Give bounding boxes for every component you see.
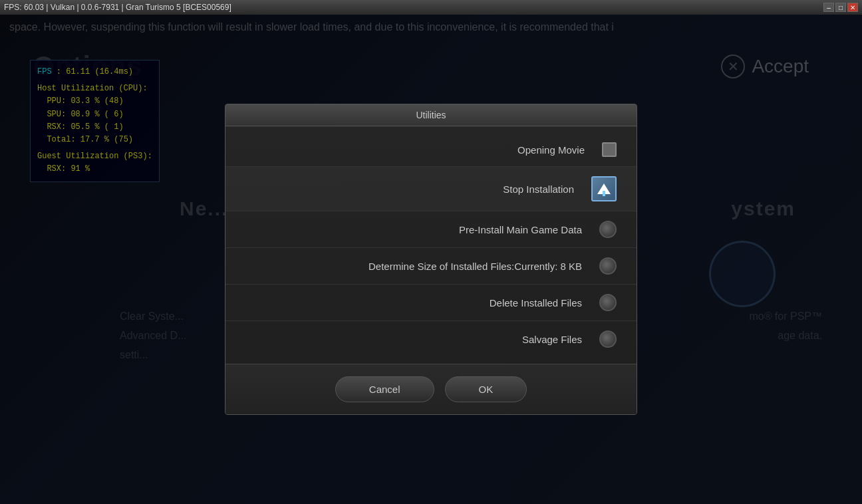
pre-install-radio[interactable] [599, 221, 617, 238]
dialog-title: Utilities [225, 104, 637, 126]
dialog-footer: Cancel OK [225, 364, 637, 414]
determine-size-radio[interactable] [599, 257, 617, 275]
dialog-content: Opening Movie Stop Installation Pre-Inst… [225, 126, 637, 364]
opening-movie-label: Opening Movie [245, 144, 585, 156]
delete-files-radio[interactable] [599, 294, 617, 311]
delete-files-label: Delete Installed Files [245, 297, 582, 309]
opening-movie-row[interactable]: Opening Movie [225, 133, 637, 167]
opening-movie-checkbox[interactable] [602, 142, 617, 157]
titlebar: FPS: 60.03 | Vulkan | 0.0.6-7931 | Gran … [0, 0, 862, 15]
utilities-dialog: Utilities Opening Movie Stop Installatio… [225, 104, 637, 415]
close-button[interactable]: ✕ [847, 3, 858, 12]
salvage-files-row[interactable]: Salvage Files [225, 321, 637, 357]
pre-install-row[interactable]: Pre-Install Main Game Data [225, 211, 637, 248]
titlebar-title: FPS: 60.03 | Vulkan | 0.0.6-7931 | Gran … [4, 3, 231, 12]
stop-installation-label: Stop Installation [245, 184, 574, 195]
determine-size-label: Determine Size of Installed Files:Curren… [245, 261, 582, 272]
minimize-button[interactable]: – [823, 3, 834, 12]
titlebar-buttons: – □ ✕ [823, 3, 858, 12]
pre-install-label: Pre-Install Main Game Data [245, 224, 582, 235]
maximize-button[interactable]: □ [835, 3, 846, 12]
determine-size-row[interactable]: Determine Size of Installed Files:Curren… [225, 248, 637, 285]
stop-installation-checkbox[interactable] [591, 176, 617, 201]
cancel-button[interactable]: Cancel [335, 376, 434, 402]
dialog-overlay: Utilities Opening Movie Stop Installatio… [0, 15, 862, 504]
delete-files-row[interactable]: Delete Installed Files [225, 285, 637, 321]
salvage-files-label: Salvage Files [245, 334, 582, 345]
background: Options FPS : 61.11 (16.4ms) Host Utiliz… [0, 15, 862, 504]
ok-button[interactable]: OK [445, 376, 527, 402]
salvage-files-radio[interactable] [599, 330, 617, 348]
stop-installation-row[interactable]: Stop Installation [225, 167, 637, 211]
